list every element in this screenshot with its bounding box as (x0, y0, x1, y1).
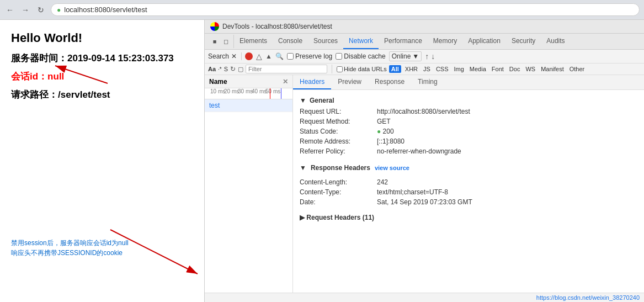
tab-application[interactable]: Application (462, 34, 506, 49)
page-title: Hello World! (11, 31, 193, 45)
method-value: GET (377, 118, 391, 125)
device-icon[interactable]: ◻ (221, 37, 230, 46)
clear-icon[interactable]: △ (256, 52, 262, 61)
request-url-label: Request URL: (300, 108, 377, 115)
tick-30: 30 ms (238, 88, 253, 94)
search-close-icon[interactable]: ✕ (231, 52, 237, 60)
address-bar[interactable]: ● localhost:8080/servlet/test (51, 3, 640, 16)
content-type-value: text/html;charset=UTF-8 (377, 188, 448, 196)
hide-data-checkbox[interactable] (337, 66, 343, 72)
filter-media[interactable]: Media (468, 65, 488, 73)
filter-input[interactable] (246, 65, 327, 73)
view-source-link[interactable]: view source (375, 165, 409, 171)
tab-network[interactable]: Network (343, 34, 379, 49)
content-length-value: 242 (377, 178, 388, 186)
search-icon[interactable]: 🔍 (275, 52, 284, 60)
annotation: 禁用session后，服务器响应会话id为null 响应头不再携带JSESSIO… (11, 238, 129, 258)
tab-memory[interactable]: Memory (428, 34, 462, 49)
bottom-bar: https://blog.csdn.net/weixin_38270240 (205, 293, 644, 302)
name-panel: Name ✕ 10 ms 20 ms 30 ms 40 ms 50 ms tes… (205, 75, 293, 293)
tab-preview[interactable]: Preview (331, 75, 368, 89)
hide-data-label: Hide data URLs (344, 66, 387, 72)
status-row: Status Code: 200 (300, 126, 637, 136)
tick-20: 20 ms (224, 88, 239, 94)
preserve-log-label: Preserve log (295, 52, 332, 60)
content-type-row: Content-Type: text/html;charset=UTF-8 (300, 187, 637, 197)
disable-cache-check[interactable]: Disable cache (336, 52, 385, 60)
devtools-tabs: ■ ◻ Elements Console Sources Network Per… (205, 34, 644, 50)
referrer-value: no-referrer-when-downgrade (377, 147, 461, 155)
general-toggle-icon: ▼ (300, 97, 306, 104)
request-path: 请求路径：/servlet/test (11, 88, 193, 101)
inspect-icon[interactable]: ■ (210, 37, 219, 46)
tab-response[interactable]: Response (368, 75, 411, 89)
reload-icon[interactable]: ↻ (230, 65, 236, 73)
session-label: 会话id： (11, 71, 47, 82)
throttle-selector[interactable]: Online ▼ (389, 51, 422, 61)
request-headers-label: ▶ Request Headers (11) (300, 214, 374, 221)
referrer-row: Referrer Policy: no-referrer-when-downgr… (300, 146, 637, 156)
detail-tabs: Headers Preview Response Timing (293, 75, 644, 90)
filter-row: Aa ·* S ↻ ▢ Hide data URLs All XHR JS CS… (205, 63, 644, 75)
record-button[interactable] (245, 52, 253, 60)
content-type-label: Content-Type: (300, 188, 377, 196)
lock-icon: ● (57, 6, 61, 14)
tab-console[interactable]: Console (273, 34, 308, 49)
back-button[interactable]: ← (4, 4, 15, 15)
name-close-icon[interactable]: ✕ (283, 78, 288, 86)
tab-elements[interactable]: Elements (234, 34, 273, 49)
resp-toggle-icon: ▼ (300, 164, 306, 172)
timeline-red-line (270, 88, 270, 99)
name-col-label: Name (209, 78, 227, 86)
download-icon[interactable]: ↓ (431, 52, 435, 61)
throttle-chevron-icon: ▼ (412, 52, 419, 60)
hide-data-urls-check[interactable]: Hide data URLs (337, 66, 387, 72)
tick-10: 10 ms (210, 88, 225, 94)
address-text: localhost:8080/servlet/test (64, 6, 147, 14)
name-col-header: Name ✕ (205, 75, 292, 88)
date-value: Sat, 14 Sep 2019 07:23:03 GMT (377, 198, 472, 206)
filter-manifest[interactable]: Manifest (539, 65, 566, 73)
timeline-blue-line (281, 88, 281, 99)
s-label: S (224, 66, 228, 72)
upload-icon[interactable]: ↑ (425, 52, 429, 61)
filter-xhr[interactable]: XHR (403, 65, 419, 73)
network-body: Name ✕ 10 ms 20 ms 30 ms 40 ms 50 ms tes… (205, 75, 644, 293)
tab-performance[interactable]: Performance (379, 34, 428, 49)
tab-security[interactable]: Security (506, 34, 541, 49)
filter-js[interactable]: JS (422, 65, 432, 73)
remote-label: Remote Address: (300, 137, 377, 145)
response-headers-section: ▼ Response Headers view source Content-L… (293, 162, 644, 210)
remote-row: Remote Address: [::1]:8080 (300, 136, 637, 146)
tab-audits[interactable]: Audits (541, 34, 570, 49)
block-icon[interactable]: ▢ (238, 66, 243, 73)
filter-doc[interactable]: Doc (508, 65, 522, 73)
request-name-row[interactable]: test (205, 99, 292, 112)
server-time: 服务器时间：2019-09-14 15:23:03.373 (11, 52, 193, 65)
reload-button[interactable]: ↻ (35, 4, 46, 15)
request-headers-section[interactable]: ▶ Request Headers (11) (293, 210, 644, 225)
request-url-value: http://localhost:8080/servlet/test (377, 108, 470, 115)
devtools-tab-icons: ■ ◻ (207, 35, 234, 48)
tab-headers[interactable]: Headers (293, 75, 331, 89)
preserve-log-check[interactable]: Preserve log (287, 52, 332, 60)
tab-timing[interactable]: Timing (411, 75, 444, 89)
filter-all-btn[interactable]: All (389, 65, 401, 73)
filter-ws[interactable]: WS (524, 65, 537, 73)
forward-button[interactable]: → (20, 4, 31, 15)
filter-css[interactable]: CSS (434, 65, 450, 73)
status-label: Status Code: (300, 128, 377, 135)
filter-img[interactable]: Img (453, 65, 466, 73)
filter-font[interactable]: Font (490, 65, 505, 73)
devtools-panel: DevTools - localhost:8080/servlet/test ■… (204, 20, 644, 302)
online-label: Online (392, 52, 411, 60)
general-label: General (310, 97, 334, 104)
detail-panel: Headers Preview Response Timing ▼ Genera… (293, 75, 644, 293)
browser-nav: ← → ↻ ● localhost:8080/servlet/test (0, 0, 644, 19)
preserve-log-checkbox[interactable] (287, 53, 294, 60)
disable-cache-checkbox[interactable] (336, 53, 342, 60)
filter-other[interactable]: Other (568, 65, 587, 73)
filter-icon[interactable]: ▲ (265, 52, 272, 60)
method-label: Request Method: (300, 118, 377, 125)
tab-sources[interactable]: Sources (308, 34, 343, 49)
